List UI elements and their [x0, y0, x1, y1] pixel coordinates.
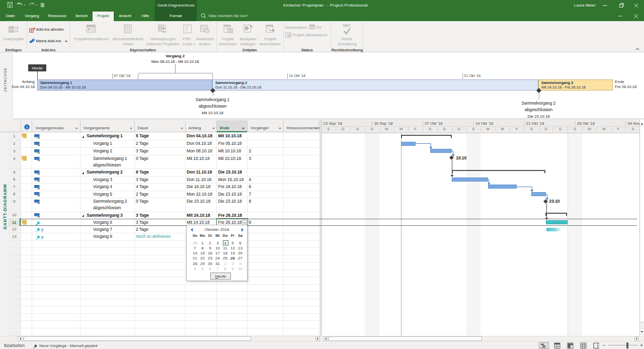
svg-text:?: ?: [41, 235, 44, 240]
svg-text:?: ?: [41, 228, 44, 233]
svg-text:P: P: [10, 28, 13, 32]
svg-text:P: P: [159, 27, 162, 30]
